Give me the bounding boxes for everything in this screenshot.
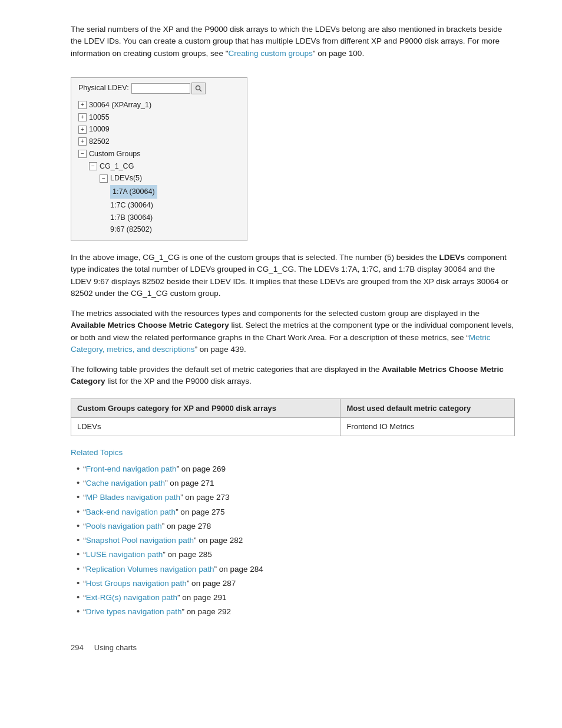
tree-expander-82502[interactable]: + [78, 137, 87, 146]
bullet-icon: • [77, 578, 80, 587]
list-item-ext-rg-nav: • “Ext-RG(s) navigation path” on page 29… [77, 592, 515, 604]
bullet-icon: • [77, 521, 80, 530]
bullet-icon: • [77, 549, 80, 558]
table-header-metric: Most used default metric category [340, 398, 515, 418]
tree-item-10009[interactable]: + 10009 [78, 123, 240, 136]
mp-blades-nav-link[interactable]: MP Blades navigation path [86, 493, 180, 502]
physical-ldev-input[interactable] [131, 83, 190, 94]
related-topics-title: Related Topics [71, 447, 515, 459]
page-number: 294 [71, 643, 84, 652]
table-header-category: Custom Groups category for XP and P9000 … [71, 398, 340, 418]
tree-label-9-67: 9:67 (82502) [110, 224, 152, 235]
svg-line-1 [199, 89, 201, 91]
bullet-icon: • [77, 464, 80, 473]
paragraph-4: The following table provides the default… [71, 364, 515, 388]
physical-ldev-field-row: Physical LDEV: [78, 83, 240, 94]
replication-nav-link[interactable]: Replication Volumes navigation path [86, 565, 214, 574]
tree-label-1-7c: 1:7C (30064) [110, 200, 153, 211]
search-icon [195, 85, 202, 92]
tree-expander-ldevs5[interactable]: − [100, 174, 108, 183]
list-item-replication-nav: • “Replication Volumes navigation path” … [77, 564, 515, 575]
list-item-luse-nav: • “LUSE navigation path” on page 285 [77, 549, 515, 561]
list-item-host-groups-nav: • “Host Groups navigation path” on page … [77, 578, 515, 589]
tree-label-1-7a: 1:7A (30064) [110, 185, 157, 199]
paragraph-3: The metrics associated with the resource… [71, 308, 515, 355]
snapshot-pool-nav-link[interactable]: Snapshot Pool navigation path [86, 536, 194, 545]
drive-types-nav-link[interactable]: Drive types navigation path [86, 607, 182, 616]
tree-item-cg1cg[interactable]: − CG_1_CG [89, 160, 240, 173]
related-topics-list: • “Front-end navigation path” on page 26… [71, 463, 515, 618]
tree-label-ldevs5: LDEVs(5) [110, 173, 142, 184]
bullet-icon: • [77, 564, 80, 573]
bullet-icon: • [77, 492, 80, 501]
paragraph-2: In the above image, CG_1_CG is one of th… [71, 252, 515, 299]
list-item-backend-nav: • “Back-end navigation path” on page 275 [77, 506, 515, 518]
tree-item-30064[interactable]: + 30064 (XPArray_1) [78, 99, 240, 111]
bullet-icon: • [77, 507, 80, 516]
bullet-icon: • [77, 592, 80, 601]
tree-label-10055: 10055 [89, 112, 110, 123]
intro-paragraph-1: The serial numbers of the XP and the P90… [71, 24, 515, 60]
creating-custom-groups-link[interactable]: Creating custom groups [228, 49, 312, 58]
section-title: Using charts [94, 643, 137, 652]
tree-label-82502: 82502 [89, 136, 110, 147]
tree-expander-10055[interactable]: + [78, 113, 87, 121]
tree-label-10009: 10009 [89, 124, 110, 135]
luse-nav-link[interactable]: LUSE navigation path [86, 550, 163, 559]
tree-label-30064: 30064 (XPArray_1) [89, 100, 151, 111]
svg-point-0 [196, 85, 200, 90]
table-row: LDEVs Frontend IO Metrics [71, 418, 515, 436]
tree-label-custom-groups: Custom Groups [89, 149, 141, 160]
page: The serial numbers of the XP and the P90… [0, 0, 562, 728]
tree-item-9-67[interactable]: 9:67 (82502) [110, 223, 240, 236]
ui-screenshot-box: Physical LDEV: + 30064 (XPArray_1) + 100… [71, 77, 247, 241]
host-groups-nav-link[interactable]: Host Groups navigation path [86, 579, 187, 588]
page-footer: 294 Using charts [71, 642, 515, 654]
table-cell-frontend-io: Frontend IO Metrics [340, 418, 515, 436]
metric-category-link[interactable]: Metric Category, metrics, and descriptio… [71, 333, 491, 354]
list-item-pools-nav: • “Pools navigation path” on page 278 [77, 521, 515, 532]
tree-label-cg1cg: CG_1_CG [100, 161, 134, 172]
tree-expander-cg1cg[interactable]: − [89, 162, 97, 170]
tree-item-ldevs5[interactable]: − LDEVs(5) [100, 172, 240, 185]
tree-item-82502[interactable]: + 82502 [78, 136, 240, 148]
tree-expander-custom-groups[interactable]: − [78, 150, 87, 158]
tree-expander-30064[interactable]: + [78, 101, 87, 109]
tree-item-1-7c[interactable]: 1:7C (30064) [110, 199, 240, 212]
bullet-icon: • [77, 607, 80, 615]
physical-ldev-search-button[interactable] [191, 83, 206, 94]
list-item-cache-nav: • “Cache navigation path” on page 271 [77, 477, 515, 489]
related-topics-section: Related Topics • “Front-end navigation p… [71, 447, 515, 618]
tree-item-1-7b[interactable]: 1:7B (30064) [110, 212, 240, 224]
tree-item-custom-groups[interactable]: − Custom Groups [78, 148, 240, 160]
metrics-table: Custom Groups category for XP and P9000 … [71, 398, 515, 436]
frontend-nav-link[interactable]: Front-end navigation path [86, 465, 177, 473]
tree-item-1-7a[interactable]: 1:7A (30064) [110, 185, 240, 199]
backend-nav-link[interactable]: Back-end navigation path [86, 508, 176, 516]
tree-label-1-7b: 1:7B (30064) [110, 212, 153, 223]
bullet-icon: • [77, 535, 80, 544]
list-item-drive-types-nav: • “Drive types navigation path” on page … [77, 606, 515, 618]
tree-expander-10009[interactable]: + [78, 126, 87, 134]
bullet-icon: • [77, 478, 80, 487]
physical-ldev-label: Physical LDEV: [78, 83, 129, 94]
ext-rg-nav-link[interactable]: Ext-RG(s) navigation path [86, 593, 177, 602]
table-cell-ldevs: LDEVs [71, 418, 340, 436]
list-item-snapshot-pool-nav: • “Snapshot Pool navigation path” on pag… [77, 535, 515, 546]
list-item-frontend-nav: • “Front-end navigation path” on page 26… [77, 463, 515, 475]
tree-item-10055[interactable]: + 10055 [78, 111, 240, 124]
pools-nav-link[interactable]: Pools navigation path [86, 522, 162, 531]
cache-nav-link[interactable]: Cache navigation path [86, 479, 165, 487]
list-item-mp-blades-nav: • “MP Blades navigation path” on page 27… [77, 492, 515, 503]
